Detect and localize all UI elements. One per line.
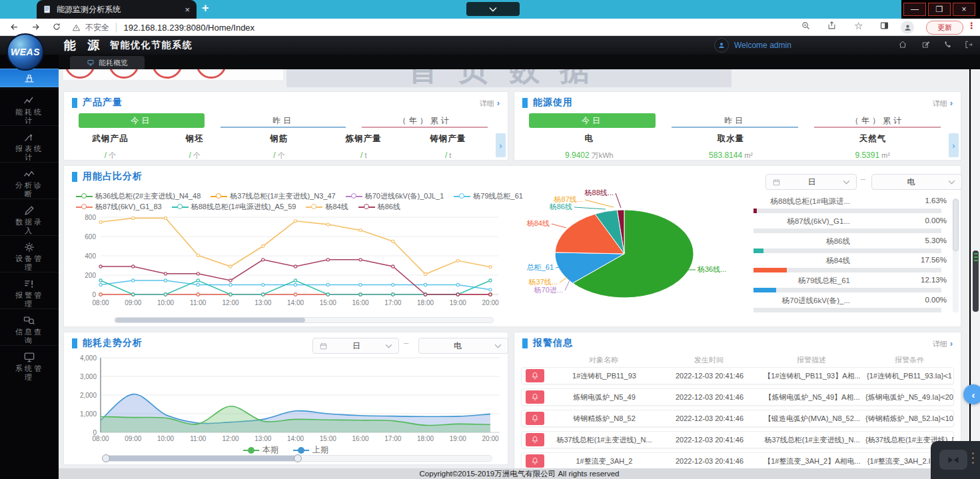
tab-1[interactable]: 今日 [529, 113, 656, 128]
sidebar-item-4[interactable]: 数据录入 [0, 199, 59, 235]
svg-text:2,000: 2,000 [80, 392, 97, 399]
alarm-row[interactable]: 1#整流变_3AH_22022-12-03 20:41:46【1#整流变_3AH… [521, 452, 954, 470]
trend-zoom-slider[interactable] [103, 455, 492, 462]
next-page-button[interactable]: › [496, 133, 506, 157]
url-field[interactable]: 不安全 │ 192.168.18.239:8080/Home/Index [72, 19, 254, 36]
ratio-list-item[interactable]: 杨84线17.56% [753, 256, 947, 272]
video-overlay-widget[interactable] [931, 441, 980, 479]
stat-value: / [105, 151, 107, 160]
panel-title: 能耗走势分析 [83, 337, 143, 349]
warning-icon [72, 23, 81, 32]
widget-menu-icon[interactable] [972, 452, 974, 464]
phone-icon[interactable] [943, 40, 953, 49]
browser-menu-icon[interactable]: ⋮ [967, 21, 976, 31]
legend-item[interactable]: 杨86线 [358, 202, 400, 212]
ratio-list-item[interactable]: 杨87线(6kV)_G1...0.00% [753, 217, 947, 233]
sidebar-item-label: 报表统计 [13, 145, 46, 162]
zoom-handle-right[interactable] [294, 454, 302, 462]
sidebar-item-6[interactable]: 报警管理 [0, 272, 59, 308]
new-tab-button[interactable]: + [202, 1, 209, 15]
ratio-item-percent: 17.56% [850, 256, 947, 266]
close-button[interactable]: × [953, 3, 975, 16]
chevron-down-icon [494, 344, 502, 348]
logout-icon[interactable] [964, 40, 973, 49]
legend-item[interactable]: 杨87线(6kV)_G1_83 [76, 202, 162, 212]
back-icon[interactable] [9, 22, 19, 32]
ratio-list-item[interactable]: 杨88线总柜(1#电源进...1.63% [753, 197, 947, 213]
sidebar-item-3[interactable]: 分析诊断 [0, 162, 59, 199]
restore-button[interactable]: ❐ [928, 3, 951, 16]
workspace-tab-overview[interactable]: 能耗概览 [70, 56, 145, 69]
legend-item[interactable]: 杨36线总柜(2#主变进线)_N4_48 [76, 191, 201, 201]
sidebar-item-7[interactable]: 信息查询 [0, 308, 59, 345]
sidebar-item-5[interactable]: 设备管理 [0, 235, 59, 272]
ratio-list-item[interactable]: 杨79线总柜_6112.13% [753, 276, 947, 292]
alarm-row[interactable]: 铸钢精炼炉_N8_522022-12-03 20:41:46【锻造电弧炉(MVA… [521, 410, 954, 427]
page-scrollbar[interactable] [971, 69, 980, 468]
ratio-item-percent: 0.00% [850, 296, 947, 306]
line-chart-zoom-slider[interactable] [114, 317, 494, 323]
stat-column: 炼钢产量/t [321, 133, 406, 161]
alarm-time: 2022-12-03 20:41:46 [660, 436, 759, 444]
period-select[interactable]: 日 [765, 174, 857, 190]
stat-column: 电9.9402万kWh [518, 133, 660, 161]
alarm-condition: {炼钢电弧炉_N5_49.Ia}<20 [865, 392, 953, 402]
detail-link[interactable]: 详细 [480, 98, 500, 109]
minimize-button[interactable]: — [903, 3, 926, 16]
sidebar-item-8[interactable]: 系统管理 [0, 345, 59, 382]
browser-tab[interactable]: 能源监测分析系统 × [37, 0, 197, 19]
legend-item[interactable]: 杨79线总柜_61 [454, 191, 523, 201]
collapse-panel-button[interactable]: ‹ [963, 384, 980, 404]
legend-item[interactable]: 杨88线总柜(1#电源进线)_A5_59 [172, 202, 296, 212]
play-icon[interactable] [939, 450, 967, 470]
legend-item[interactable]: 杨84线 [306, 202, 348, 212]
tab-2[interactable]: 昨日 [221, 113, 346, 128]
tabbar-dropdown-button[interactable] [466, 2, 520, 16]
detail-link[interactable]: 详细 [933, 338, 953, 349]
ratio-list-item[interactable]: 杨86线5.30% [753, 237, 947, 253]
stat-value: / [273, 151, 275, 160]
select-separator [404, 338, 408, 348]
alarm-row[interactable]: 1#连铸机_PB11_932022-12-03 20:41:46【1#连铸机_P… [521, 367, 954, 384]
svg-text:12:00: 12:00 [222, 299, 239, 306]
scrollbar-thumb[interactable] [973, 250, 979, 312]
chevron-down-icon [385, 344, 392, 348]
tab-3[interactable]: （年）累计 [814, 113, 941, 128]
tab-1[interactable]: 今日 [79, 113, 205, 128]
legend-item[interactable]: 杨70进线6kV(备)_0JL_1 [346, 191, 444, 201]
alarm-row[interactable]: 杨37线总柜(1#主变进线)_N...2022-12-03 20:41:46杨3… [521, 431, 954, 448]
sidebar-item-1[interactable]: 能耗统计 [0, 89, 59, 125]
trend-legend-item[interactable]: 本期 [243, 444, 278, 456]
energy-type-select[interactable]: 电 [418, 338, 508, 354]
tab-close-icon[interactable]: × [185, 5, 190, 14]
period-select[interactable]: 日 [312, 338, 399, 354]
alarm-bell-icon [526, 454, 544, 468]
sidebar-item-active[interactable] [0, 69, 59, 87]
bookmark-star-icon[interactable]: ☆ [854, 20, 863, 32]
zoom-out-icon[interactable] [801, 21, 811, 31]
tab-3[interactable]: （年）累计 [362, 113, 488, 128]
ratio-list-item[interactable]: 杨70进线6kV(备)_...0.00% [753, 296, 947, 312]
svg-text:16:00: 16:00 [352, 435, 368, 442]
zoom-handle-left[interactable] [102, 454, 110, 462]
share-icon[interactable] [827, 21, 837, 31]
edit-icon[interactable] [921, 40, 931, 49]
home-icon[interactable] [898, 40, 907, 49]
next-page-button[interactable]: › [949, 133, 959, 157]
stat-label: 武钢产品 [68, 133, 153, 145]
user-avatar-icon[interactable] [714, 38, 729, 53]
alarm-object-name: 1#整流变_3AH_2 [548, 456, 660, 466]
ratio-list-scrollbar[interactable] [953, 198, 959, 312]
refresh-icon[interactable] [52, 22, 61, 31]
split-view-icon[interactable] [879, 21, 889, 31]
legend-item[interactable]: 杨37线总柜(1#主变进线)_N3_47 [211, 191, 335, 201]
browser-profile-avatar[interactable] [901, 21, 914, 34]
forward-icon[interactable] [31, 22, 41, 32]
detail-link[interactable]: 详细 [933, 98, 953, 109]
energy-type-select[interactable]: 电 [871, 174, 962, 190]
tab-2[interactable]: 昨日 [672, 113, 798, 128]
sidebar-item-2[interactable]: 报表统计 [0, 125, 59, 162]
update-button[interactable]: 更新 [926, 21, 963, 35]
svg-text:19:00: 19:00 [450, 299, 466, 306]
alarm-row[interactable]: 炼钢电弧炉_N5_492022-12-03 20:41:46【炼钢电弧炉_N5_… [521, 388, 954, 406]
